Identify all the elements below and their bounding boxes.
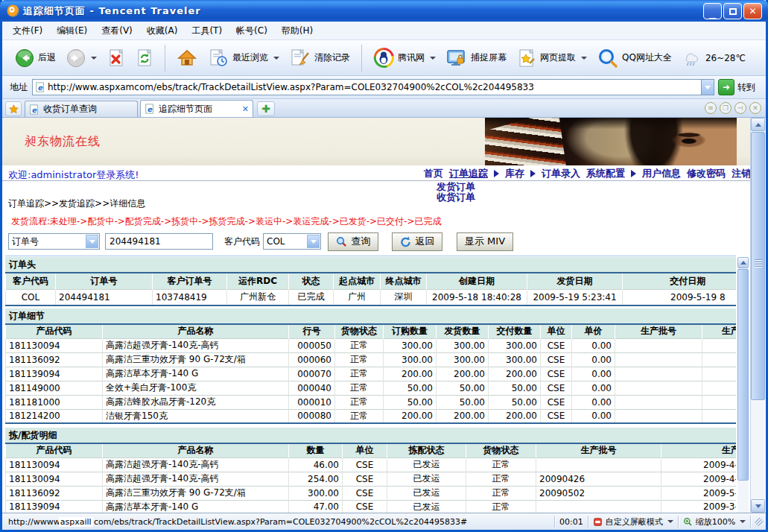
nav-item[interactable]: 订单追踪 bbox=[449, 167, 488, 180]
history-icon bbox=[208, 48, 229, 68]
column-header: 产品名称 bbox=[103, 324, 289, 338]
nav-item[interactable]: 注销 bbox=[731, 167, 751, 180]
site-brand: 昶东物流在线 bbox=[25, 134, 101, 150]
toolbar-button-clear-history[interactable]: 清除记录 bbox=[285, 43, 355, 73]
nav-submenu-item[interactable]: 发货订单 bbox=[437, 182, 475, 192]
favorites-button[interactable] bbox=[5, 101, 22, 116]
column-header: 数量 bbox=[289, 443, 343, 457]
tab-pin-button[interactable]: ⊣ bbox=[734, 102, 746, 114]
column-header: 交付数量 bbox=[489, 324, 541, 338]
banner-photo bbox=[485, 118, 737, 165]
toolbar-button-qq-search[interactable]: QQ网址大全 bbox=[592, 43, 677, 73]
section-title: 订单头 bbox=[5, 257, 736, 272]
menu-item[interactable]: 查看(V) bbox=[101, 25, 133, 37]
star-icon bbox=[9, 104, 19, 114]
column-header: 生产批号 bbox=[536, 443, 661, 457]
column-header: 运作RDC bbox=[227, 273, 289, 289]
nav-item[interactable]: 订单录入 bbox=[542, 167, 580, 180]
ie-page-icon: e bbox=[145, 104, 155, 114]
address-url: http://www.aspxamcom/ebs/track/TrackDeta… bbox=[48, 82, 534, 92]
tab-restore-button[interactable]: ❐ bbox=[720, 102, 731, 114]
menu-item[interactable]: 帐号(C) bbox=[236, 25, 267, 37]
toolbar-button[interactable] bbox=[171, 43, 203, 73]
new-tab-button[interactable]: ✚ bbox=[257, 101, 275, 116]
table-t3: 产品代码产品名称数量单位拣配状态货物状态生产批号生产日期181130094高露洁… bbox=[5, 443, 736, 513]
home-icon bbox=[177, 48, 197, 68]
tab-list-button[interactable]: ≋ bbox=[705, 102, 717, 114]
nav-item[interactable]: 首页 bbox=[424, 167, 443, 180]
zoom-icon bbox=[683, 517, 693, 527]
status-url: http://wwwwaspxaill com/ebs/track/TrackD… bbox=[2, 517, 550, 527]
toolbar-button-weather[interactable]: 26~28℃ bbox=[677, 43, 751, 73]
clear-history-icon bbox=[290, 48, 311, 68]
table-row: COL204494181103748419广州新仓已完成广州深圳2009-5-1… bbox=[6, 289, 737, 305]
column-header: 客户代码 bbox=[6, 273, 56, 289]
tab-close-icon[interactable]: ✕ bbox=[242, 104, 249, 114]
minimize-button[interactable]: ▁ bbox=[703, 3, 722, 19]
column-header: 交付日期 bbox=[623, 273, 737, 289]
search-icon bbox=[336, 236, 347, 247]
tab-close-button[interactable]: ✕ bbox=[749, 102, 761, 114]
toolbar-button-history[interactable]: 最近浏览 bbox=[203, 43, 285, 73]
table-row: 181139094高露洁草本牙膏-140 G000070正常200.00200.… bbox=[6, 367, 737, 381]
qq-icon bbox=[373, 48, 394, 69]
toolbar-button-extract-page[interactable]: 网页提取 bbox=[512, 43, 592, 73]
forward-icon bbox=[66, 48, 86, 68]
toolbar-button[interactable] bbox=[102, 43, 130, 73]
column-header: 拣配状态 bbox=[387, 443, 466, 457]
return-icon bbox=[400, 236, 411, 247]
nav-item[interactable]: 系统配置 bbox=[586, 167, 625, 180]
column-header: 订单号 bbox=[56, 273, 153, 289]
column-header: 产品代码 bbox=[6, 443, 103, 457]
toolbar-button[interactable] bbox=[130, 43, 159, 73]
zoom-control[interactable]: 缩放100% bbox=[683, 516, 746, 528]
back-button[interactable]: 返回 bbox=[392, 232, 442, 251]
nav-arrow-icon bbox=[530, 170, 536, 177]
menu-item[interactable]: 编辑(E) bbox=[57, 25, 87, 37]
process-note: 发货流程:未处理->配货中->配货完成->拣货中->拣货完成->装运中->装运完… bbox=[11, 215, 442, 228]
customer-code-select[interactable]: COL bbox=[263, 233, 321, 250]
inner-scrollbar[interactable] bbox=[737, 257, 749, 513]
address-dropdown[interactable] bbox=[701, 80, 714, 95]
order-number-input[interactable]: 204494181 bbox=[105, 233, 213, 250]
go-button[interactable]: ➜ bbox=[718, 79, 734, 95]
title-bar[interactable]: 追踪细节页面 - Tencent Traveler ▁ ✕ bbox=[0, 0, 768, 22]
nav-divider bbox=[2, 180, 750, 181]
column-header: 货物状态 bbox=[335, 324, 384, 338]
nav-arrow-icon bbox=[494, 170, 499, 177]
nav-item[interactable]: 库存 bbox=[505, 167, 524, 180]
toolbar-button-capture-screen[interactable]: 捕捉屏幕 bbox=[441, 43, 512, 73]
browser-window: 追踪细节页面 - Tencent Traveler ▁ ✕ 文件(F)编辑(E)… bbox=[0, 0, 768, 532]
nav-submenu-item[interactable]: 收货订单 bbox=[437, 192, 475, 203]
menu-item[interactable]: 工具(T) bbox=[191, 25, 222, 37]
show-miv-button[interactable]: 显示 MIV bbox=[457, 232, 513, 251]
search-button[interactable]: 查询 bbox=[328, 232, 378, 251]
maximize-button[interactable] bbox=[723, 3, 742, 19]
table-t2: 产品代码产品名称行号货物状态订购数量发货数量交付数量单位单价生产批号生产日期18… bbox=[5, 323, 736, 424]
menu-item[interactable]: 收藏(A) bbox=[147, 25, 178, 37]
block-mode[interactable]: 自定义屏蔽模式 bbox=[593, 516, 673, 528]
toolbar: 后退最近浏览清除记录腾讯网捕捉屏幕网页提取QQ网址大全26~28℃ bbox=[2, 40, 766, 76]
menu-bar: 文件(F)编辑(E)查看(V)收藏(A)工具(T)帐号(C)帮助(H) bbox=[2, 22, 766, 40]
nav-item[interactable]: 用户信息 bbox=[642, 167, 681, 180]
address-input[interactable]: e http://www.aspxamcom/ebs/track/TrackDe… bbox=[32, 79, 714, 95]
column-header: 单价 bbox=[572, 324, 615, 338]
weather-icon bbox=[682, 48, 702, 68]
page-scrollbar[interactable] bbox=[750, 118, 765, 513]
table-t1: 客户代码订单号客户订单号运作RDC状态起点城市终点城市创建日期发货日期交付日期C… bbox=[5, 272, 736, 306]
tab-active[interactable]: e追踪细节页面✕ bbox=[140, 100, 253, 117]
toolbar-button-back[interactable]: 后退 bbox=[10, 43, 61, 73]
qq-search-icon bbox=[597, 48, 618, 69]
refresh-icon bbox=[136, 48, 153, 68]
app-icon bbox=[7, 4, 19, 17]
order-type-select[interactable]: 订单号 bbox=[8, 233, 100, 250]
table-row: 181136092高露洁三重功效牙膏 90 G-72支/箱300.00CSE已发… bbox=[6, 486, 737, 500]
menu-item[interactable]: 文件(F) bbox=[13, 25, 42, 37]
menu-item[interactable]: 帮助(H) bbox=[282, 25, 313, 37]
tab-inactive[interactable]: e收货订单查询 bbox=[25, 101, 138, 117]
toolbar-button[interactable] bbox=[61, 43, 102, 73]
table-row: 181130094高露洁超强牙膏-140克-高钙000050正常300.0030… bbox=[6, 338, 737, 352]
nav-item[interactable]: 修改密码 bbox=[687, 167, 726, 180]
close-button[interactable]: ✕ bbox=[743, 3, 762, 19]
toolbar-button-qq[interactable]: 腾讯网 bbox=[368, 43, 441, 73]
